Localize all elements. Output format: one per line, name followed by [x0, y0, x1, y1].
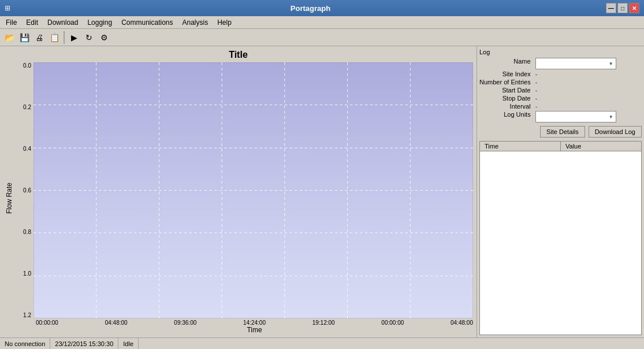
status-bar: No connection 23/12/2015 15:30:30 Idle [0, 337, 644, 349]
chart-wrapper: Flow Rate 1.2 1.0 0.8 0.6 0.4 0.2 0.0 [3, 62, 473, 334]
name-value: ▼ [535, 58, 642, 69]
y-tick: 1.0 [16, 270, 31, 277]
site-index-text: - [535, 70, 538, 77]
log-units-label: Log Units [479, 111, 533, 122]
open-button[interactable]: 📂 [2, 31, 16, 44]
log-header: Log [479, 49, 642, 55]
title-bar: ⊞ Portagraph — □ ✕ [0, 0, 644, 16]
status-state: Idle [118, 338, 139, 349]
title-bar-controls: — □ ✕ [606, 3, 639, 13]
x-tick: 00:00:00 [381, 320, 404, 326]
x-tick: 00:00:00 [36, 320, 58, 326]
log-units-value: ▼ [535, 111, 642, 122]
y-tick: 0.0 [16, 62, 31, 69]
menu-edit[interactable]: Edit [21, 17, 43, 28]
status-progress [139, 338, 644, 349]
stop-date-value: - [535, 95, 642, 102]
menu-logging[interactable]: Logging [83, 17, 117, 28]
menu-help[interactable]: Help [213, 17, 236, 28]
menu-analysis[interactable]: Analysis [178, 17, 213, 28]
log-units-dropdown[interactable]: ▼ [535, 111, 616, 122]
copy-button[interactable]: 📋 [47, 31, 61, 44]
play-button[interactable]: ▶ [67, 31, 81, 44]
refresh-button[interactable]: ↻ [82, 31, 96, 44]
x-tick: 19:12:00 [312, 320, 335, 326]
x-tick: 14:24:00 [243, 320, 266, 326]
site-details-button[interactable]: Site Details [540, 126, 585, 138]
download-log-button[interactable]: Download Log [589, 126, 642, 138]
log-section: Log Name ▼ Site Index - Number of Entrie… [479, 49, 642, 141]
chart-svg[interactable] [33, 62, 473, 318]
column-time: Time [480, 142, 561, 151]
start-date-label: Start Date [479, 87, 533, 94]
interval-label: Interval [479, 103, 533, 110]
y-tick: 0.4 [16, 146, 31, 152]
close-button[interactable]: ✕ [629, 3, 639, 13]
dropdown-arrow-icon-2: ▼ [609, 114, 613, 120]
data-table-body[interactable] [480, 151, 641, 333]
save-button[interactable]: 💾 [17, 31, 31, 44]
menu-communications[interactable]: Communications [117, 17, 177, 28]
toolbar-separator [64, 31, 65, 44]
name-label: Name [479, 58, 533, 69]
column-value: Value [561, 142, 641, 151]
y-axis-ticks: 1.2 1.0 0.8 0.6 0.4 0.2 0.0 [16, 62, 33, 318]
toolbar: 📂 💾 🖨 📋 ▶ ↻ ⚙ [0, 29, 644, 46]
chart-plot-area: 1.2 1.0 0.8 0.6 0.4 0.2 0.0 [16, 62, 473, 318]
interval-text: - [535, 103, 538, 110]
chart-inner: 1.2 1.0 0.8 0.6 0.4 0.2 0.0 [16, 62, 473, 334]
log-fields: Name ▼ Site Index - Number of Entries - [479, 58, 642, 122]
x-axis-ticks: 00:00:00 04:48:00 09:36:00 14:24:00 19:1… [36, 318, 473, 326]
y-tick: 0.6 [16, 187, 31, 194]
x-axis-label: Time [36, 326, 473, 334]
data-table: Time Value [479, 141, 642, 335]
maximize-button[interactable]: □ [617, 3, 628, 13]
entries-value: - [535, 79, 642, 86]
interval-value: - [535, 103, 642, 110]
chart-container: Title Flow Rate 1.2 1.0 0.8 0.6 0.4 0.2 … [0, 46, 477, 337]
site-index-value: - [535, 70, 642, 77]
settings-button[interactable]: ⚙ [97, 31, 111, 44]
main-content: Title Flow Rate 1.2 1.0 0.8 0.6 0.4 0.2 … [0, 46, 644, 337]
dropdown-arrow-icon: ▼ [609, 61, 613, 66]
chart-title: Title [3, 50, 473, 60]
x-axis-area: 00:00:00 04:48:00 09:36:00 14:24:00 19:1… [36, 318, 473, 326]
y-tick: 0.8 [16, 229, 31, 235]
stop-date-label: Stop Date [479, 95, 533, 102]
print-button[interactable]: 🖨 [32, 31, 46, 44]
x-tick: 09:36:00 [174, 320, 196, 326]
stop-date-text: - [535, 95, 538, 102]
name-dropdown[interactable]: ▼ [535, 58, 616, 69]
x-tick: 04:48:00 [105, 320, 128, 326]
window-title: Portagraph [15, 4, 606, 13]
entries-text: - [535, 79, 538, 86]
entries-label: Number of Entries [479, 79, 533, 86]
y-tick: 1.2 [16, 312, 31, 318]
status-datetime: 23/12/2015 15:30:30 [50, 338, 118, 349]
data-table-header: Time Value [480, 142, 641, 151]
minimize-button[interactable]: — [606, 3, 616, 13]
log-buttons: Site Details Download Log [479, 126, 642, 138]
menu-file[interactable]: File [1, 17, 21, 28]
menu-bar: File Edit Download Logging Communication… [0, 16, 644, 29]
title-bar-left: ⊞ [5, 4, 15, 12]
start-date-text: - [535, 87, 538, 94]
right-panel: Log Name ▼ Site Index - Number of Entrie… [477, 46, 644, 337]
start-date-value: - [535, 87, 642, 94]
status-connection: No connection [0, 338, 50, 349]
x-tick: 04:48:00 [451, 320, 473, 326]
menu-download[interactable]: Download [43, 17, 83, 28]
y-axis-label: Flow Rate [3, 62, 15, 334]
y-tick: 0.2 [16, 104, 31, 110]
site-index-label: Site Index [479, 70, 533, 77]
